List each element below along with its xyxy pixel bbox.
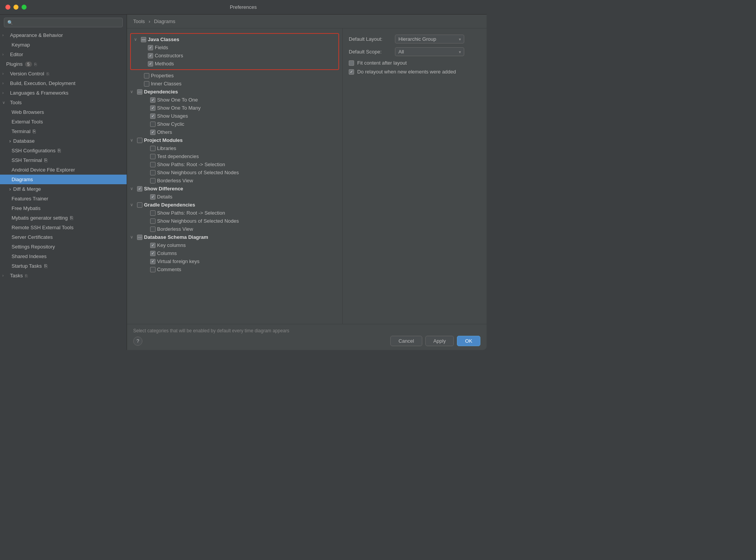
gradle-borderless-checkbox[interactable]: ✓ — [150, 227, 156, 232]
tree-item-constructors[interactable]: ✓ Constructors — [131, 52, 338, 60]
tree-item-comments[interactable]: ✓ Comments — [127, 265, 342, 273]
constructors-checkbox[interactable]: ✓ — [148, 53, 153, 58]
test-dependencies-checkbox[interactable]: ✓ — [150, 154, 156, 159]
sidebar-item-tools[interactable]: ∨ Tools — [0, 98, 127, 107]
tree-item-show-paths-root[interactable]: ✓ Show Paths: Root -> Selection — [127, 160, 342, 168]
sidebar-item-ssh-config[interactable]: SSH Configurations ⎘ — [0, 146, 127, 155]
tree-item-gradle-deps[interactable]: ∨ ✓ Gradle Dependencies — [127, 201, 342, 209]
sidebar-item-web-browsers[interactable]: Web Browsers — [0, 107, 127, 117]
tree-item-test-dependencies[interactable]: ✓ Test dependencies — [127, 152, 342, 160]
sidebar-item-mybatis-gen[interactable]: Mybatis generator setting ⎘ — [0, 213, 127, 223]
dependencies-checkbox[interactable]: — — [137, 89, 142, 95]
gradle-deps-checkbox[interactable]: ✓ — [137, 202, 142, 208]
sidebar-item-external-tools[interactable]: External Tools — [0, 117, 127, 127]
default-layout-select[interactable]: Hierarchic Group Hierarchic Organic Circ… — [395, 35, 464, 43]
sidebar-item-shared-indexes[interactable]: Shared Indexes — [0, 252, 127, 261]
sidebar-item-build[interactable]: › Build, Execution, Deployment — [0, 78, 127, 88]
arrow-icon[interactable]: ∨ — [130, 202, 135, 207]
fit-content-checkbox[interactable]: ✓ — [349, 60, 354, 66]
sidebar-item-keymap[interactable]: Keymap — [0, 40, 127, 50]
arrow-icon[interactable]: ∨ — [130, 235, 135, 240]
show-neighbours-checkbox[interactable]: ✓ — [150, 170, 156, 175]
tree-item-dependencies[interactable]: ∨ — Dependencies — [127, 88, 342, 96]
tree-item-show-one-to-one[interactable]: ✓ Show One To One — [127, 96, 342, 104]
project-modules-checkbox[interactable]: ✓ — [137, 138, 142, 143]
window-controls[interactable] — [5, 5, 27, 10]
sidebar-item-diff-merge[interactable]: › Diff & Merge — [0, 184, 127, 194]
arrow-icon[interactable]: ∨ — [130, 89, 135, 94]
tree-item-details[interactable]: ✓ Details — [127, 193, 342, 201]
tree-item-project-modules[interactable]: ∨ ✓ Project Modules — [127, 136, 342, 144]
sidebar-item-editor[interactable]: › Editor — [0, 50, 127, 59]
fit-content-row[interactable]: ✓ Fit content after layout — [349, 60, 480, 66]
show-paths-root-checkbox[interactable]: ✓ — [150, 162, 156, 167]
sidebar-item-appearance[interactable]: › Appearance & Behavior — [0, 30, 127, 40]
show-one-to-many-checkbox[interactable]: ✓ — [150, 105, 156, 111]
tree-item-virtual-fk[interactable]: ✓ Virtual foreign keys — [127, 257, 342, 265]
tree-item-properties[interactable]: ✓ Properties — [127, 72, 342, 80]
methods-checkbox[interactable]: ✓ — [148, 61, 153, 67]
others-checkbox[interactable]: ✓ — [150, 130, 156, 135]
key-columns-checkbox[interactable]: ✓ — [150, 243, 156, 248]
minimize-button[interactable] — [13, 5, 18, 10]
tree-item-inner-classes[interactable]: ✓ Inner Classes — [127, 80, 342, 88]
sidebar-item-plugins[interactable]: Plugins 5 ⎘ — [0, 59, 127, 69]
search-box[interactable]: 🔍 — [4, 18, 123, 27]
tree-item-java-classes[interactable]: ∨ — Java Classes — [131, 35, 338, 43]
comments-checkbox[interactable]: ✓ — [150, 267, 156, 272]
tree-item-show-cyclic[interactable]: ✓ Show Cyclic — [127, 120, 342, 128]
tree-item-columns[interactable]: ✓ Columns — [127, 249, 342, 257]
sidebar-item-startup-tasks[interactable]: Startup Tasks ⎘ — [0, 261, 127, 271]
sidebar-item-tasks[interactable]: › Tasks ⎘ — [0, 271, 127, 280]
tree-item-methods[interactable]: ✓ Methods — [131, 60, 338, 68]
tree-item-gradle-show-paths[interactable]: ✓ Show Paths: Root -> Selection — [127, 209, 342, 217]
java-classes-checkbox[interactable]: — — [141, 37, 146, 42]
tree-item-borderless-view[interactable]: ✓ Borderless View — [127, 177, 342, 185]
tree-item-fields[interactable]: ✓ Fields — [131, 43, 338, 52]
arrow-icon[interactable]: ∨ — [130, 186, 135, 191]
sidebar-item-diagrams[interactable]: Diagrams — [0, 175, 127, 184]
tree-item-others[interactable]: ✓ Others — [127, 128, 342, 136]
sidebar-item-settings-repo[interactable]: Settings Repository — [0, 242, 127, 252]
show-usages-checkbox[interactable]: ✓ — [150, 113, 156, 119]
show-difference-checkbox[interactable]: ✓ — [137, 186, 142, 192]
tree-item-show-neighbours[interactable]: ✓ Show Neighbours of Selected Nodes — [127, 168, 342, 177]
sidebar-item-ssh-terminal[interactable]: SSH Terminal ⎘ — [0, 155, 127, 165]
gradle-show-neighbours-checkbox[interactable]: ✓ — [150, 218, 156, 224]
gradle-show-paths-checkbox[interactable]: ✓ — [150, 210, 156, 216]
sidebar-item-android-device[interactable]: Android Device File Explorer — [0, 165, 127, 175]
cancel-button[interactable]: Cancel — [390, 336, 422, 346]
sidebar-item-features-trainer[interactable]: Features Trainer — [0, 194, 127, 203]
sidebar-item-remote-ssh[interactable]: Remote SSH External Tools — [0, 223, 127, 232]
columns-checkbox[interactable]: ✓ — [150, 251, 156, 256]
inner-classes-checkbox[interactable]: ✓ — [144, 81, 149, 87]
tree-item-gradle-borderless[interactable]: ✓ Borderless View — [127, 225, 342, 233]
help-button[interactable]: ? — [133, 337, 142, 346]
apply-button[interactable]: Apply — [425, 336, 454, 346]
tree-item-key-columns[interactable]: ✓ Key columns — [127, 241, 342, 249]
default-scope-select[interactable]: All Project — [395, 47, 464, 56]
virtual-fk-checkbox[interactable]: ✓ — [150, 259, 156, 264]
details-checkbox[interactable]: ✓ — [150, 194, 156, 200]
ok-button[interactable]: OK — [457, 336, 480, 346]
relayout-checkbox[interactable]: ✓ — [349, 69, 354, 75]
maximize-button[interactable] — [22, 5, 27, 10]
arrow-icon[interactable]: ∨ — [130, 138, 135, 143]
sidebar-item-server-certs[interactable]: Server Certificates — [0, 232, 127, 242]
tree-item-gradle-show-neighbours[interactable]: ✓ Show Neighbours of Selected Nodes — [127, 217, 342, 225]
db-schema-checkbox[interactable]: — — [137, 235, 142, 240]
show-cyclic-checkbox[interactable]: ✓ — [150, 122, 156, 127]
fields-checkbox[interactable]: ✓ — [148, 45, 153, 50]
arrow-icon[interactable]: ∨ — [134, 37, 139, 42]
tree-item-show-one-to-many[interactable]: ✓ Show One To Many — [127, 104, 342, 112]
libraries-checkbox[interactable]: ✓ — [150, 146, 156, 151]
tree-item-show-difference[interactable]: ∨ ✓ Show Difference — [127, 185, 342, 193]
tree-item-db-schema[interactable]: ∨ — Database Schema Diagram — [127, 233, 342, 241]
close-button[interactable] — [5, 5, 10, 10]
tree-item-show-usages[interactable]: ✓ Show Usages — [127, 112, 342, 120]
sidebar-item-database[interactable]: › Database — [0, 136, 127, 146]
sidebar-item-languages[interactable]: › Languages & Frameworks — [0, 88, 127, 98]
tree-item-libraries[interactable]: ✓ Libraries — [127, 144, 342, 152]
properties-checkbox[interactable]: ✓ — [144, 73, 149, 78]
sidebar-item-terminal[interactable]: Terminal ⎘ — [0, 127, 127, 136]
